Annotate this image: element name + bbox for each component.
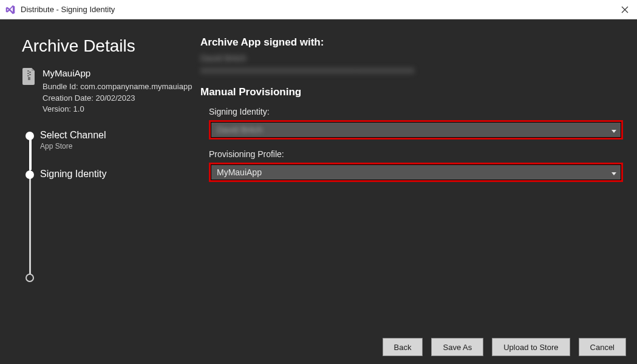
- step-sublabel: App Store: [40, 142, 188, 150]
- step-select-channel[interactable]: Select Channel App Store: [22, 130, 188, 150]
- step-label: Select Channel: [40, 130, 188, 141]
- chevron-down-icon: [611, 124, 616, 135]
- chevron-down-icon: [611, 167, 616, 178]
- save-as-button[interactable]: Save As: [431, 338, 483, 356]
- titlebar: Distribute - Signing Identity: [0, 0, 637, 19]
- svg-rect-5: [28, 77, 30, 80]
- bundle-id: Bundle Id: com.companyname.mymauiapp: [43, 81, 192, 93]
- svg-rect-0: [27, 70, 29, 72]
- visual-studio-icon: [5, 4, 16, 15]
- window-title: Distribute - Signing Identity: [21, 5, 115, 14]
- svg-rect-2: [27, 73, 29, 74]
- provisioning-profile-dropdown[interactable]: MyMauiApp: [209, 163, 623, 182]
- step-label: Signing Identity: [40, 169, 188, 180]
- provisioning-profile-label: Provisioning Profile:: [209, 149, 631, 159]
- step-signing-identity[interactable]: Signing Identity: [22, 169, 188, 181]
- signing-identity-dropdown[interactable]: David Britch: [209, 120, 623, 140]
- footer: Back Save As Upload to Store Cancel: [0, 330, 637, 364]
- signing-identity-value: David Britch: [217, 125, 262, 135]
- creation-date: Creation Date: 20/02/2023: [43, 93, 192, 104]
- step-indicator-icon: [26, 132, 34, 140]
- step-indicator-icon: [26, 170, 34, 179]
- svg-rect-1: [29, 72, 31, 73]
- step-indicator-icon: [26, 274, 34, 282]
- close-button[interactable]: [618, 2, 632, 17]
- signing-identity-label: Signing Identity:: [209, 107, 631, 116]
- app-name: MyMauiApp: [43, 67, 192, 80]
- manual-provisioning-heading: Manual Provisioning: [200, 86, 631, 98]
- step-connector: [29, 170, 31, 281]
- signed-identity-name: David Britch: [200, 53, 631, 63]
- app-meta: MyMauiApp Bundle Id: com.companyname.mym…: [43, 67, 192, 115]
- step-list: Select Channel App Store Signing Identit…: [22, 130, 188, 284]
- signed-identity-hash: XXXXXXXXXXXXXXXXXXXXXXXXXXXXXXXXXXXXXXXX…: [200, 67, 631, 75]
- sidebar: Archive Details MyMauiApp Bundle Id: com…: [0, 19, 200, 330]
- back-button[interactable]: Back: [383, 338, 423, 356]
- content-area: Archive Details MyMauiApp Bundle Id: com…: [0, 19, 637, 330]
- main-panel: Archive App signed with: David Britch XX…: [200, 19, 637, 330]
- svg-rect-4: [27, 75, 29, 76]
- version: Version: 1.0: [43, 104, 192, 115]
- signed-with-heading: Archive App signed with:: [200, 36, 631, 49]
- archive-file-icon: [22, 68, 36, 85]
- svg-rect-3: [29, 74, 31, 75]
- close-icon: [621, 6, 628, 13]
- archive-details-heading: Archive Details: [22, 36, 188, 56]
- upload-to-store-button[interactable]: Upload to Store: [492, 338, 570, 356]
- provisioning-profile-value: MyMauiApp: [217, 167, 262, 177]
- cancel-button[interactable]: Cancel: [579, 338, 626, 356]
- app-info-block: MyMauiApp Bundle Id: com.companyname.mym…: [22, 67, 188, 115]
- step-future: [22, 272, 188, 284]
